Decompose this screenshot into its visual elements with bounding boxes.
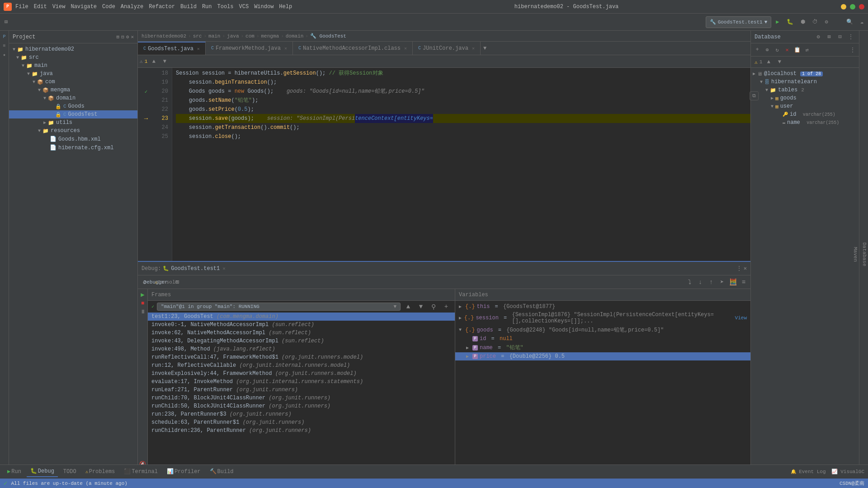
frame-item-12[interactable]: run:238, ParentRunner$3 (org.junit.runne… bbox=[148, 410, 455, 418]
var-session[interactable]: ▶ {.} session = {SessionImpl@1876} "Sess… bbox=[455, 311, 750, 325]
frame-list[interactable]: test1:23, GoodsTest (com.mengma.domain) … bbox=[148, 313, 455, 478]
menu-refactor[interactable]: Refactor bbox=[149, 4, 175, 10]
menu-navigate[interactable]: Navigate bbox=[71, 4, 97, 10]
menu-analyze[interactable]: Analyze bbox=[121, 4, 143, 10]
tab-nativemethod-close[interactable]: ✕ bbox=[404, 46, 407, 51]
menu-edit[interactable]: Edit bbox=[34, 4, 47, 10]
run-config-dropdown-icon[interactable]: ▼ bbox=[764, 19, 768, 25]
menu-bar[interactable]: File Edit View Navigate Code Analyze Ref… bbox=[15, 4, 292, 10]
db-collapse-icon[interactable]: ⊟ bbox=[835, 33, 844, 42]
menu-help[interactable]: Help bbox=[279, 4, 292, 10]
var-price-arrow[interactable]: ▶ bbox=[466, 354, 471, 359]
editor[interactable]: ⚠ 1 ▲ ▼ ✓ → bbox=[138, 55, 750, 261]
menu-tools[interactable]: Tools bbox=[217, 4, 234, 10]
update-button[interactable]: ☁ bbox=[858, 16, 866, 28]
db-nav-down-icon[interactable]: ▼ bbox=[775, 57, 784, 66]
left-icon-structure[interactable]: ≡ bbox=[1, 42, 8, 49]
collapse-all-icon[interactable]: ⊟ bbox=[121, 34, 124, 40]
frame-item-8[interactable]: evaluate:17, InvokeMethod (org.junit.int… bbox=[148, 378, 455, 386]
search-button[interactable]: 🔍 bbox=[844, 16, 856, 28]
variables-list[interactable]: ▶ {.} this = {GoodsTest@1877} ▶ {.} sess… bbox=[455, 301, 750, 474]
thread-add-button[interactable]: + bbox=[441, 302, 451, 312]
run-to-cursor-button[interactable]: ➤ bbox=[717, 277, 727, 287]
tree-item-root[interactable]: ▼ 📁 hibernatedemo02 bbox=[9, 45, 137, 53]
debug-tab-close[interactable]: ✕ bbox=[222, 265, 226, 271]
frame-item-7[interactable]: invokeExplosively:44, FrameworkMethod (o… bbox=[148, 370, 455, 378]
settings-icon[interactable]: ⚙ bbox=[126, 34, 129, 40]
db-item-tables[interactable]: ▼ 📁 tables 2 bbox=[751, 86, 859, 94]
visualgc-link[interactable]: 📈 VisualGC bbox=[831, 469, 864, 474]
var-session-arrow[interactable]: ▶ bbox=[459, 315, 462, 321]
tree-item-hibernate-cfg[interactable]: 📄 hibernate.cfg.xml bbox=[9, 143, 137, 152]
close-button[interactable] bbox=[859, 4, 864, 9]
menu-file[interactable]: File bbox=[15, 4, 28, 10]
db-header-controls[interactable]: ⚙ ⊞ ⊟ ⋮ bbox=[814, 33, 855, 42]
tab-frameworkmethod[interactable]: C FrameworkMethod.java ✕ bbox=[206, 42, 293, 55]
menu-window[interactable]: Window bbox=[254, 4, 274, 10]
frame-item-9[interactable]: runLeaf:271, ParentRunner (org.junit.run… bbox=[148, 386, 455, 394]
var-name[interactable]: ▶ P name = "铅笔" bbox=[455, 343, 750, 352]
db-item-user-table[interactable]: ▼ ▦ user bbox=[751, 102, 859, 110]
debug-tab-name[interactable]: GoodsTest.test1 bbox=[171, 265, 220, 272]
db-item-hibernatelearn[interactable]: ▼ 🗄 hibernatelearn bbox=[751, 78, 859, 86]
frame-item-1[interactable]: invoke0:-1, NativeMethodAccessorImpl (su… bbox=[148, 321, 455, 329]
db-compare-button[interactable]: ⇄ bbox=[802, 45, 811, 54]
frame-item-5[interactable]: runReflectiveCall:47, FrameworkMethod$1 … bbox=[148, 353, 455, 361]
thread-selector[interactable]: "main"@1 in group "main": RUNNING ▼ bbox=[157, 303, 401, 311]
code-lines[interactable]: Session session = hibernateUtils.getSess… bbox=[172, 68, 750, 261]
tab-goodstest[interactable]: C GoodsTest.java ✕ bbox=[138, 42, 206, 55]
db-expand-icon[interactable]: ⊞ bbox=[825, 33, 834, 42]
var-name-arrow[interactable]: ▶ bbox=[466, 345, 471, 351]
tree-item-com[interactable]: ▼ 📦 com bbox=[9, 78, 137, 86]
tree-item-main[interactable]: ▼ 📁 main bbox=[9, 62, 137, 70]
var-price[interactable]: ▶ P price = {Double@2256} 0.5 bbox=[455, 352, 750, 360]
var-this-arrow[interactable]: ▶ bbox=[459, 304, 463, 309]
tab-bar[interactable]: C GoodsTest.java ✕ C FrameworkMethod.jav… bbox=[138, 42, 750, 55]
frame-item-10[interactable]: runChild:70, BlockJUnit4ClassRunner (org… bbox=[148, 394, 455, 402]
tree-item-goods[interactable]: 🔒 C Goods bbox=[9, 102, 137, 110]
close-icon[interactable]: ✕ bbox=[131, 34, 134, 40]
tree-item-src[interactable]: ▼ 📁 src bbox=[9, 53, 137, 62]
step-into-button[interactable]: ↓ bbox=[695, 277, 705, 287]
tree-item-domain[interactable]: ▼ 📦 domain bbox=[9, 94, 137, 102]
step-over-button[interactable]: ⤵ bbox=[684, 277, 694, 287]
tab-frameworkmethod-close[interactable]: ✕ bbox=[284, 46, 287, 51]
debug-icon-stop[interactable]: ■ bbox=[141, 300, 144, 307]
thread-filter-button[interactable]: ⚲ bbox=[429, 302, 439, 312]
scroll-up-icon[interactable]: ▲ bbox=[149, 57, 158, 66]
tree-item-resources[interactable]: ▼ 📁 resources bbox=[9, 127, 137, 135]
bottom-tab-build[interactable]: 🔨 Build bbox=[206, 466, 237, 477]
frame-item-0[interactable]: test1:23, GoodsTest (com.mengma.domain) bbox=[148, 313, 455, 321]
db-delete-button[interactable]: ✕ bbox=[783, 45, 792, 54]
menu-code[interactable]: Code bbox=[102, 4, 115, 10]
step-out-button[interactable]: ↑ bbox=[706, 277, 716, 287]
frame-item-4[interactable]: invoke:498, Method (java.lang.reflect) bbox=[148, 345, 455, 353]
profile-button[interactable]: ⏱ bbox=[810, 16, 821, 28]
var-goods-arrow[interactable]: ▼ bbox=[459, 327, 463, 332]
left-icon-project[interactable]: P bbox=[1, 33, 8, 40]
maximize-button[interactable] bbox=[850, 4, 855, 9]
database-tree[interactable]: ▶ 🖥 @localhost 1 of 28 ▼ 🗄 hibernatelear… bbox=[751, 68, 859, 478]
project-header-controls[interactable]: ⊞ ⊟ ⚙ ✕ bbox=[117, 34, 134, 40]
var-this[interactable]: ▶ {.} this = {GoodsTest@1877} bbox=[455, 303, 750, 311]
code-area[interactable]: ✓ → 18 19 20 21 22 23 bbox=[138, 68, 750, 261]
db-more-options[interactable]: ⋮ bbox=[848, 45, 857, 54]
db-copy-button[interactable]: ⊕ bbox=[763, 45, 772, 54]
debug-icon-resume[interactable]: ▶ bbox=[141, 291, 144, 298]
tab-more-button[interactable]: ▼ bbox=[481, 43, 489, 53]
run-button[interactable]: ▶ bbox=[773, 16, 782, 28]
tab-junitcore[interactable]: C JUnitCore.java ✕ bbox=[413, 42, 481, 55]
menu-build[interactable]: Build bbox=[180, 4, 197, 10]
frame-item-6[interactable]: run:12, ReflectiveCallable (org.junit.in… bbox=[148, 361, 455, 370]
minimize-button[interactable] bbox=[841, 4, 846, 9]
db-item-id-col[interactable]: 🔑 id varchar(255) bbox=[751, 110, 859, 118]
right-icon-database[interactable]: Database bbox=[862, 242, 867, 266]
frame-item-11[interactable]: runChild:50, BlockJUnit4ClassRunner (org… bbox=[148, 402, 455, 410]
scroll-down-icon[interactable]: ▼ bbox=[160, 57, 169, 66]
bottom-tab-problems[interactable]: ⚠ Problems bbox=[82, 467, 119, 477]
bottom-tab-todo[interactable]: TODO bbox=[60, 467, 80, 477]
db-nav-up-icon[interactable]: ▲ bbox=[764, 57, 773, 66]
frame-item-3[interactable]: invoke:43, DelegatingMethodAccessorImpl … bbox=[148, 337, 455, 345]
db-add-button[interactable]: + bbox=[753, 45, 762, 54]
db-item-goods-table[interactable]: ▶ ▦ goods bbox=[751, 94, 859, 102]
